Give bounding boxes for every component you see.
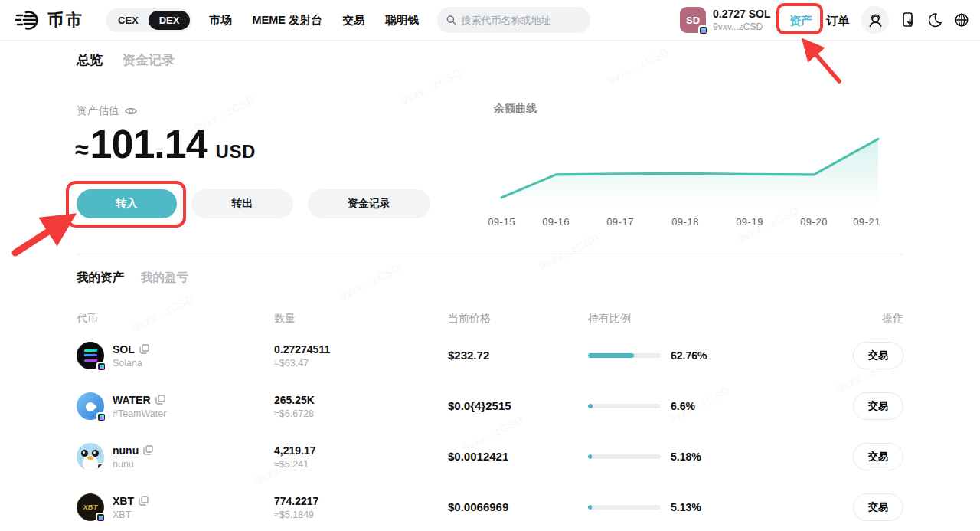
portfolio-tabs: 我的资产 我的盈亏 bbox=[77, 270, 903, 286]
copy-icon[interactable] bbox=[155, 395, 165, 405]
nav-link-orders[interactable]: 订单 bbox=[826, 14, 849, 28]
navbar-icon-group bbox=[861, 6, 969, 34]
holding-ratio-value: 5.13% bbox=[671, 501, 701, 513]
withdraw-button[interactable]: 转出 bbox=[191, 189, 293, 218]
app-logo[interactable]: 币市 bbox=[15, 8, 84, 32]
search-input[interactable] bbox=[461, 15, 581, 26]
copy-icon[interactable] bbox=[139, 344, 149, 354]
wallet-account[interactable]: SD 0.2727 SOL ▼ 9vxv...zCSD bbox=[680, 7, 781, 33]
holding-ratio-bar bbox=[588, 404, 661, 408]
main-menu: 市场 MEME 发射台 交易 聪明钱 bbox=[209, 13, 419, 28]
search-icon bbox=[446, 15, 456, 25]
tab-overview[interactable]: 总览 bbox=[77, 51, 103, 69]
avatar-initials: SD bbox=[686, 15, 700, 26]
wallet-balance: 0.2727 SOL bbox=[713, 8, 771, 20]
total-asset-value: ≈ 101.14 USD bbox=[75, 121, 256, 167]
token-symbol: SOL bbox=[113, 343, 135, 356]
token-price: $0.0066969 bbox=[448, 500, 508, 513]
balance-line-chart bbox=[494, 126, 886, 207]
trade-button[interactable]: 交易 bbox=[853, 443, 903, 470]
action-buttons: 转入 转出 资金记录 bbox=[77, 189, 430, 218]
holding-ratio-value: 6.6% bbox=[671, 400, 695, 412]
asset-value-currency: USD bbox=[216, 141, 256, 162]
headset-support-icon bbox=[867, 12, 884, 28]
language-globe-icon[interactable] bbox=[954, 12, 969, 28]
token-symbol: XBT bbox=[113, 495, 134, 507]
token-amount: 265.25K bbox=[274, 394, 448, 406]
table-row: nunu nunu 4,219.17 ≈$5.241 $0.0012421 5.… bbox=[77, 431, 903, 482]
token-amount-usd: ≈$5.1849 bbox=[274, 510, 448, 520]
holding-ratio-value: 62.76% bbox=[671, 349, 707, 362]
token-icon-nunu bbox=[77, 443, 104, 470]
token-icon-sol bbox=[77, 342, 104, 369]
tab-fund-records[interactable]: 资金记录 bbox=[122, 51, 175, 69]
copy-icon[interactable] bbox=[139, 496, 149, 506]
menu-item-trade[interactable]: 交易 bbox=[343, 13, 365, 28]
page-tabs: 总览 资金记录 bbox=[77, 51, 175, 69]
table-row: SOL Solana 0.27274511 ≈$63.47 $232.72 62… bbox=[77, 330, 903, 381]
support-button[interactable] bbox=[861, 6, 889, 34]
avatar[interactable]: SD bbox=[680, 7, 706, 33]
annotation-arrow-assets bbox=[793, 35, 848, 86]
table-header-row: 代币 数量 当前价格 持有比例 操作 bbox=[77, 312, 903, 326]
trade-button[interactable]: 交易 bbox=[853, 392, 903, 420]
header-amount: 数量 bbox=[274, 312, 448, 326]
fund-records-button[interactable]: 资金记录 bbox=[308, 189, 430, 218]
chevron-down-icon[interactable]: ▼ bbox=[775, 10, 782, 18]
asset-valuation-text: 资产估值 bbox=[77, 104, 119, 118]
solana-chain-badge-icon bbox=[698, 25, 708, 35]
menu-item-meme-launchpad[interactable]: MEME 发射台 bbox=[252, 13, 322, 28]
app-download-icon[interactable] bbox=[900, 11, 916, 28]
portfolio-section: 我的资产 我的盈亏 代币 数量 当前价格 持有比例 操作 SOL Solana bbox=[77, 270, 903, 531]
asset-valuation-label: 资产估值 bbox=[77, 104, 137, 118]
asset-value-number: 101.14 bbox=[90, 121, 207, 167]
header-price: 当前价格 bbox=[448, 312, 588, 326]
approx-sign: ≈ bbox=[75, 136, 89, 164]
solana-chain-badge-icon bbox=[96, 463, 104, 470]
chart-title: 余额曲线 bbox=[494, 102, 888, 116]
watermark-text: 9vxv...zCSD bbox=[399, 66, 464, 107]
token-amount-usd: ≈$6.6728 bbox=[274, 408, 448, 419]
token-symbol: nunu bbox=[113, 444, 139, 457]
token-name: XBT bbox=[113, 510, 149, 520]
balance-curve-chart: 余额曲线 09-1509-1609-1709-1809-1909-2009-21 bbox=[494, 102, 888, 228]
holding-ratio-bar bbox=[588, 454, 661, 459]
wallet-address: 9vxv...zCSD bbox=[713, 21, 781, 32]
token-price: $0.0012421 bbox=[448, 450, 508, 463]
token-amount-usd: ≈$5.241 bbox=[274, 459, 448, 470]
header-ratio: 持有比例 bbox=[588, 312, 787, 326]
cex-dex-toggle: CEX DEX bbox=[106, 8, 192, 32]
asset-table-body: SOL Solana 0.27274511 ≈$63.47 $232.72 62… bbox=[77, 330, 903, 531]
token-icon-water bbox=[77, 392, 104, 420]
menu-item-smart-money[interactable]: 聪明钱 bbox=[386, 13, 420, 28]
token-name: nunu bbox=[113, 459, 153, 470]
tab-my-pnl[interactable]: 我的盈亏 bbox=[141, 270, 188, 286]
trade-button[interactable]: 交易 bbox=[853, 342, 903, 369]
trade-button[interactable]: 交易 bbox=[853, 493, 903, 521]
deposit-button[interactable]: 转入 bbox=[77, 189, 177, 218]
token-name: Solana bbox=[113, 358, 149, 369]
copy-icon[interactable] bbox=[143, 445, 153, 455]
x-axis-label: 09-20 bbox=[800, 216, 828, 228]
token-symbol: WATER bbox=[113, 394, 151, 406]
token-amount-usd: ≈$63.47 bbox=[274, 358, 448, 369]
token-price: $232.72 bbox=[448, 349, 489, 362]
nav-link-assets[interactable]: 资产 bbox=[789, 14, 812, 28]
token-amount: 0.27274511 bbox=[274, 343, 448, 356]
toggle-cex[interactable]: CEX bbox=[108, 11, 149, 30]
eye-visibility-icon[interactable] bbox=[125, 107, 137, 116]
tab-my-assets[interactable]: 我的资产 bbox=[77, 270, 124, 286]
menu-item-market[interactable]: 市场 bbox=[209, 13, 231, 28]
x-axis-label: 09-16 bbox=[542, 216, 570, 228]
token-icon-xbt: XBT bbox=[77, 493, 104, 521]
x-axis-label: 09-21 bbox=[853, 216, 880, 228]
x-axis-label: 09-17 bbox=[606, 216, 634, 228]
table-row: XBT XBT XBT 774.2217 ≈$5.1849 $0.0066969 bbox=[77, 482, 903, 531]
token-amount: 4,219.17 bbox=[274, 444, 448, 457]
dark-mode-moon-icon[interactable] bbox=[927, 12, 942, 28]
holding-ratio-bar bbox=[588, 353, 661, 358]
watermark-text: 9vxv...zCSD bbox=[537, 231, 602, 272]
x-axis-label: 09-18 bbox=[671, 216, 699, 228]
search-box[interactable] bbox=[437, 7, 590, 33]
toggle-dex[interactable]: DEX bbox=[149, 11, 191, 30]
